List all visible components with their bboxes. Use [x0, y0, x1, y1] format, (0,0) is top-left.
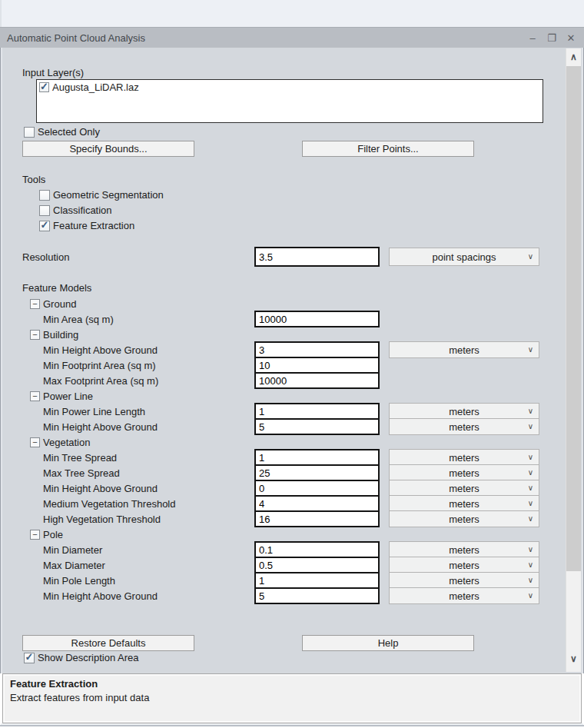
unit-dropdown[interactable]: meters ∨: [389, 341, 539, 358]
unit-dropdown[interactable]: meters ∨: [389, 572, 539, 589]
chevron-down-icon: ∨: [528, 545, 533, 553]
restore-defaults-button[interactable]: Restore Defaults: [22, 635, 194, 651]
unit-dropdown[interactable]: meters ∨: [389, 541, 539, 558]
tool-geometric-segmentation[interactable]: ✓ Geometric Segmentation: [39, 189, 164, 201]
min-area-input[interactable]: [254, 311, 380, 327]
unit-dropdown[interactable]: meters ∨: [389, 587, 539, 604]
resolution-unit-dropdown[interactable]: point spacings ∨: [389, 248, 539, 266]
specify-bounds-button[interactable]: Specify Bounds...: [22, 141, 194, 157]
maximize-icon[interactable]: ❐: [546, 31, 558, 45]
pole-max-diameter-input[interactable]: [254, 557, 380, 573]
show-description-row[interactable]: ✓ Show Description Area: [24, 652, 139, 663]
chevron-down-icon: ∨: [528, 453, 533, 461]
powerline-min-height-input[interactable]: [254, 418, 380, 435]
check-icon: ✓: [40, 81, 48, 91]
classification-label: Classification: [53, 204, 112, 216]
chevron-up-icon: ∧: [570, 52, 577, 62]
dialog-titlebar: Automatic Point Cloud Analysis – ❐ ✕: [0, 27, 584, 48]
param-row: Max Diameter meters ∨: [1, 557, 546, 573]
param-label: Medium Vegetation Threshold: [43, 498, 254, 510]
veg-min-tree-spread-input[interactable]: [254, 449, 380, 466]
minimize-icon[interactable]: –: [526, 31, 539, 45]
unit-value: meters: [449, 406, 479, 417]
pole-min-height-input[interactable]: [254, 587, 380, 604]
param-row: Min Footprint Area (sq m): [1, 357, 546, 373]
resolution-row: Resolution point spacings ∨: [1, 247, 546, 267]
selected-only-checkbox[interactable]: ✓: [24, 127, 35, 138]
unit-dropdown[interactable]: meters ∨: [389, 418, 539, 435]
chevron-down-icon: ∨: [528, 591, 533, 600]
building-min-height-input[interactable]: [254, 341, 380, 358]
tool-classification[interactable]: ✓ Classification: [39, 204, 112, 216]
scroll-up-button[interactable]: ∧: [566, 48, 581, 65]
selected-only-row[interactable]: ✓ Selected Only: [24, 126, 100, 138]
unit-value: meters: [449, 514, 479, 525]
unit-dropdown[interactable]: meters ∨: [389, 449, 539, 466]
collapse-icon[interactable]: −: [30, 391, 40, 401]
group-name: Ground: [43, 298, 76, 310]
group-name: Building: [43, 329, 78, 341]
input-layers-listbox[interactable]: ✓ Augusta_LiDAR.laz: [36, 79, 543, 123]
param-label: Max Footprint Area (sq m): [43, 375, 254, 387]
collapse-icon[interactable]: −: [30, 330, 40, 340]
chevron-down-icon: ∨: [528, 499, 533, 507]
unit-value: meters: [449, 544, 479, 556]
chevron-down-icon: ∨: [528, 514, 533, 523]
veg-high-threshold-input[interactable]: [254, 510, 380, 527]
unit-value: meters: [449, 467, 479, 479]
close-icon[interactable]: ✕: [565, 31, 577, 45]
chevron-down-icon: ∨: [528, 484, 533, 492]
param-label: Min Height Above Ground: [43, 344, 254, 356]
unit-value: meters: [449, 590, 479, 602]
param-row: Min Area (sq m): [1, 311, 546, 327]
veg-max-tree-spread-input[interactable]: [254, 464, 380, 481]
unit-dropdown[interactable]: meters ∨: [389, 403, 539, 420]
param-row: Max Footprint Area (sq m): [1, 373, 546, 388]
unit-dropdown[interactable]: meters ∨: [389, 495, 539, 512]
vertical-scrollbar[interactable]: ∧ ∨: [566, 48, 581, 672]
param-row: High Vegetation Threshold meters ∨: [1, 511, 546, 527]
classification-checkbox[interactable]: ✓: [39, 205, 50, 216]
scrollbar-thumb[interactable]: [566, 66, 581, 571]
pole-min-diameter-input[interactable]: [254, 541, 380, 558]
feature-extraction-checkbox[interactable]: ✓: [39, 221, 50, 231]
unit-dropdown[interactable]: meters ∨: [389, 480, 539, 497]
filter-points-button[interactable]: Filter Points...: [302, 141, 474, 157]
feature-extraction-label: Feature Extraction: [53, 220, 134, 231]
veg-medium-threshold-input[interactable]: [254, 495, 380, 512]
layer-list-item[interactable]: ✓ Augusta_LiDAR.laz: [39, 81, 540, 93]
unit-value: meters: [449, 421, 479, 433]
help-button[interactable]: Help: [302, 635, 474, 651]
unit-dropdown[interactable]: meters ∨: [389, 464, 539, 481]
collapse-icon[interactable]: −: [30, 299, 40, 309]
collapse-icon[interactable]: −: [30, 437, 40, 447]
show-description-checkbox[interactable]: ✓: [24, 653, 35, 663]
building-min-footprint-input[interactable]: [254, 357, 380, 374]
group-name: Pole: [43, 529, 63, 540]
layer-checkbox[interactable]: ✓: [39, 82, 49, 92]
scroll-down-button[interactable]: ∨: [566, 650, 581, 667]
collapse-icon[interactable]: −: [30, 530, 40, 540]
pole-min-length-input[interactable]: [254, 572, 380, 589]
tool-feature-extraction[interactable]: ✓ Feature Extraction: [39, 220, 134, 231]
param-label: High Vegetation Threshold: [43, 514, 254, 525]
show-description-label: Show Description Area: [38, 652, 139, 663]
param-label: Min Area (sq m): [43, 314, 254, 325]
layer-name: Augusta_LiDAR.laz: [52, 81, 139, 93]
geometric-segmentation-checkbox[interactable]: ✓: [39, 190, 50, 201]
param-row: Min Height Above Ground meters ∨: [1, 588, 546, 603]
param-row: Min Tree Spread meters ∨: [1, 450, 546, 465]
resolution-input[interactable]: [254, 247, 380, 267]
powerline-min-length-input[interactable]: [254, 403, 380, 420]
param-label: Min Pole Length: [43, 575, 254, 587]
chevron-down-icon: ∨: [528, 422, 533, 430]
building-max-footprint-input[interactable]: [254, 372, 380, 389]
veg-min-height-input[interactable]: [254, 480, 380, 497]
unit-dropdown[interactable]: meters ∨: [389, 510, 539, 527]
param-row: Min Height Above Ground meters ∨: [1, 342, 546, 357]
minus-glyph: −: [32, 300, 37, 308]
description-title: Feature Extraction: [10, 678, 574, 690]
unit-dropdown[interactable]: meters ∨: [389, 557, 539, 573]
feature-models-tree: − Ground Min Area (sq m) − Building Min …: [1, 296, 546, 603]
selected-only-label: Selected Only: [38, 126, 100, 138]
